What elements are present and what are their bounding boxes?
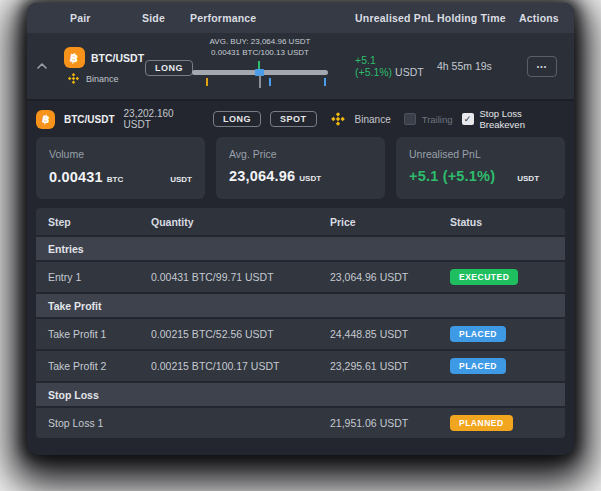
steps-table-header: Step Quantity Price Status bbox=[36, 208, 565, 235]
holding-time: 4h 55m 19s bbox=[437, 60, 519, 72]
pnl-currency: USDT bbox=[395, 66, 424, 78]
table-section-header: Take Profit bbox=[36, 294, 565, 317]
steps-table: Step Quantity Price Status EntriesEntry … bbox=[36, 208, 565, 438]
status-badge: PLACED bbox=[450, 326, 506, 342]
trade-details-panel: ฿ BTC/USDT 23,202.160 USDT LONG SPOT Bin… bbox=[27, 101, 574, 438]
performance-cell: AVG. BUY: 23,064.96 USDT 0.00431 BTC/100… bbox=[190, 33, 355, 90]
pnl-card-value: +5.1 (+5.1%) bbox=[409, 168, 495, 184]
column-header-actions: Actions bbox=[519, 12, 574, 24]
table-row: Take Profit 20.00215 BTC/100.17 USDT23,2… bbox=[36, 351, 565, 381]
volume-line: 0.00431 BTC/100.13 USDT bbox=[190, 48, 330, 59]
actions-menu-button[interactable]: ••• bbox=[527, 56, 557, 77]
pnl-card-currency: USDT bbox=[517, 174, 539, 183]
column-header-pair: Pair bbox=[57, 12, 142, 24]
cell-price: 23,064.96 USDT bbox=[330, 271, 450, 283]
avg-price-card-label: Avg. Price bbox=[229, 148, 372, 160]
summary-cards: Volume 0.00431BTC USDT Avg. Price 23,064… bbox=[36, 137, 565, 199]
binance-icon bbox=[67, 72, 80, 85]
bitcoin-glyph: ฿ bbox=[69, 51, 79, 64]
cell-status: EXECUTED bbox=[450, 269, 565, 285]
unrealised-pnl-card: Unrealised PnL +5.1 (+5.1%)USDT bbox=[396, 137, 565, 199]
stop-loss-breakeven-checkbox[interactable]: ✓ bbox=[462, 113, 474, 125]
table-section-header: Entries bbox=[36, 237, 565, 260]
performance-tick bbox=[258, 61, 260, 69]
positions-header-row: Pair Side Performance Unrealised PnL Hol… bbox=[27, 3, 574, 33]
column-header-performance: Performance bbox=[190, 12, 355, 24]
cell-step: Take Profit 2 bbox=[48, 360, 151, 372]
bitcoin-icon: ฿ bbox=[64, 47, 85, 68]
cell-price: 23,295.61 USDT bbox=[330, 360, 450, 372]
position-row: ฿ BTC/USDT Binance LONG bbox=[27, 33, 574, 101]
steps-col-quantity: Quantity bbox=[151, 216, 330, 228]
exchange-label: Binance bbox=[86, 74, 119, 84]
stop-loss-breakeven-label: Stop Loss Breakeven bbox=[480, 108, 565, 130]
cell-step: Take Profit 1 bbox=[48, 328, 151, 340]
status-badge: EXECUTED bbox=[450, 269, 518, 285]
cell-status: PLACED bbox=[450, 358, 565, 374]
performance-tick bbox=[324, 78, 326, 86]
performance-tick bbox=[259, 75, 261, 88]
status-badge: PLANNED bbox=[450, 415, 513, 431]
volume-card-label: Volume bbox=[49, 148, 192, 160]
detail-exchange-label: Binance bbox=[355, 114, 391, 125]
volume-card: Volume 0.00431BTC USDT bbox=[36, 137, 205, 199]
avg-price-unit: USDT bbox=[299, 174, 321, 183]
trade-details-header: ฿ BTC/USDT 23,202.160 USDT LONG SPOT Bin… bbox=[36, 101, 565, 137]
collapse-chevron-icon[interactable] bbox=[37, 63, 47, 69]
pair-label: BTC/USDT bbox=[91, 52, 144, 64]
cell-status: PLACED bbox=[450, 326, 565, 342]
binance-icon bbox=[330, 111, 346, 127]
volume-value: 0.00431 bbox=[49, 169, 103, 185]
cell-price: 24,448.85 USDT bbox=[330, 328, 450, 340]
avg-price-value: 23,064.96 bbox=[229, 168, 295, 184]
performance-tick bbox=[269, 78, 271, 86]
avg-price-card: Avg. Price 23,064.96USDT bbox=[216, 137, 385, 199]
detail-market-badge: SPOT bbox=[270, 111, 317, 127]
column-header-unrealised-pnl: Unrealised PnL bbox=[355, 12, 437, 24]
cell-step: Stop Loss 1 bbox=[48, 417, 151, 429]
trailing-label: Trailing bbox=[422, 114, 453, 125]
avg-buy-line: AVG. BUY: 23,064.96 USDT bbox=[190, 37, 330, 48]
bitcoin-icon: ฿ bbox=[36, 110, 55, 129]
detail-price: 23,202.160 USDT bbox=[124, 108, 201, 130]
cell-quantity: 0.00431 BTC/99.71 USDT bbox=[151, 271, 330, 283]
unrealised-pnl-cell: +5.1 (+5.1%)USDT bbox=[355, 54, 437, 78]
table-row: Stop Loss 121,951.06 USDTPLANNED bbox=[36, 408, 565, 438]
steps-col-step: Step bbox=[48, 216, 151, 228]
volume-unit: BTC bbox=[107, 175, 123, 184]
status-badge: PLACED bbox=[450, 358, 506, 374]
ellipsis-icon: ••• bbox=[537, 63, 547, 70]
table-section-header: Stop Loss bbox=[36, 383, 565, 406]
cell-step: Entry 1 bbox=[48, 271, 151, 283]
table-row: Take Profit 10.00215 BTC/52.56 USDT24,44… bbox=[36, 319, 565, 349]
bitcoin-glyph: ฿ bbox=[41, 113, 50, 125]
side-badge: LONG bbox=[145, 60, 193, 76]
column-header-side: Side bbox=[142, 12, 190, 24]
performance-tick bbox=[206, 78, 208, 86]
detail-pair-label: BTC/USDT bbox=[64, 114, 115, 125]
pnl-card-label: Unrealised PnL bbox=[409, 148, 552, 160]
table-row: Entry 10.00431 BTC/99.71 USDT23,064.96 U… bbox=[36, 262, 565, 292]
steps-table-body: EntriesEntry 10.00431 BTC/99.71 USDT23,0… bbox=[36, 237, 565, 438]
detail-side-badge: LONG bbox=[213, 111, 261, 127]
cell-status: PLANNED bbox=[450, 415, 565, 431]
cell-quantity: 0.00215 BTC/52.56 USDT bbox=[151, 328, 330, 340]
performance-slider bbox=[192, 60, 328, 90]
trailing-checkbox[interactable] bbox=[404, 113, 416, 125]
steps-col-status: Status bbox=[450, 216, 565, 228]
volume-currency: USDT bbox=[170, 175, 192, 184]
steps-col-price: Price bbox=[330, 216, 450, 228]
cell-price: 21,951.06 USDT bbox=[330, 417, 450, 429]
cell-quantity: 0.00215 BTC/100.17 USDT bbox=[151, 360, 330, 372]
column-header-holding-time: Holding Time bbox=[437, 12, 519, 24]
pnl-value: +5.1 (+5.1%) bbox=[355, 54, 392, 78]
smart-trade-window: Pair Side Performance Unrealised PnL Hol… bbox=[27, 3, 574, 455]
